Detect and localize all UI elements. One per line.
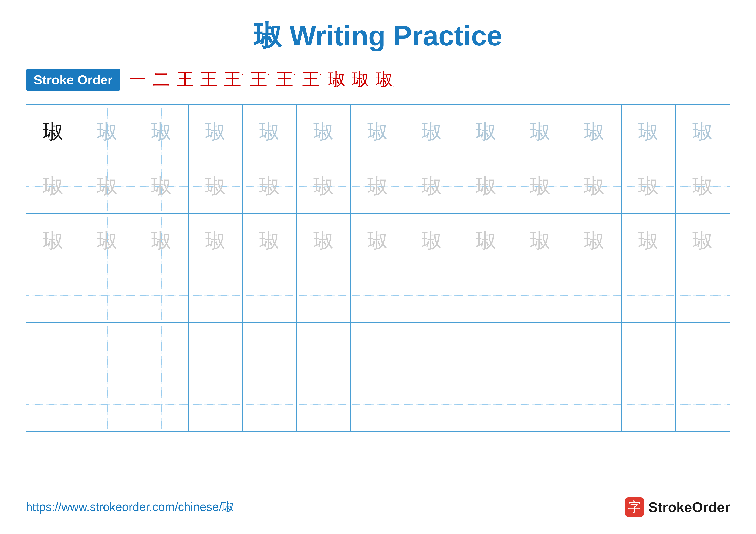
char-guide: 琡 xyxy=(530,118,551,146)
grid-cell-6-3[interactable] xyxy=(134,377,189,431)
grid-cell-3-6[interactable]: 琡 xyxy=(297,214,351,268)
grid-cell-6-2[interactable] xyxy=(80,377,134,431)
logo-char: 字 xyxy=(628,498,641,516)
stroke-9: 琡 xyxy=(328,68,345,91)
grid-cell-1-3[interactable]: 琡 xyxy=(134,105,189,159)
grid-cell-4-8[interactable] xyxy=(405,268,459,322)
grid-cell-4-6[interactable] xyxy=(297,268,351,322)
grid-cell-5-4[interactable] xyxy=(189,323,243,377)
grid-cell-3-5[interactable]: 琡 xyxy=(243,214,297,268)
stroke-5: 王ʼ xyxy=(224,68,244,91)
grid-cell-3-2[interactable]: 琡 xyxy=(80,214,134,268)
grid-row-2: 琡 琡 琡 琡 琡 琡 琡 琡 琡 琡 琡 琡 琡 xyxy=(26,159,730,214)
grid-cell-5-13[interactable] xyxy=(676,323,730,377)
grid-cell-6-13[interactable] xyxy=(676,377,730,431)
grid-cell-6-1[interactable] xyxy=(26,377,80,431)
grid-row-6 xyxy=(26,377,730,431)
grid-cell-5-8[interactable] xyxy=(405,323,459,377)
grid-cell-1-11[interactable]: 琡 xyxy=(567,105,622,159)
grid-cell-1-12[interactable]: 琡 xyxy=(622,105,676,159)
grid-cell-2-6[interactable]: 琡 xyxy=(297,159,351,213)
grid-cell-2-11[interactable]: 琡 xyxy=(567,159,622,213)
grid-cell-3-9[interactable]: 琡 xyxy=(459,214,513,268)
grid-cell-1-6[interactable]: 琡 xyxy=(297,105,351,159)
grid-cell-1-10[interactable]: 琡 xyxy=(513,105,567,159)
grid-cell-1-1[interactable]: 琡 xyxy=(26,105,80,159)
char-guide: 琡 xyxy=(367,172,388,200)
grid-cell-2-13[interactable]: 琡 xyxy=(676,159,730,213)
grid-cell-6-9[interactable] xyxy=(459,377,513,431)
grid-cell-5-11[interactable] xyxy=(567,323,622,377)
grid-cell-6-6[interactable] xyxy=(297,377,351,431)
char-guide: 琡 xyxy=(313,118,334,146)
grid-cell-3-1[interactable]: 琡 xyxy=(26,214,80,268)
grid-cell-1-13[interactable]: 琡 xyxy=(676,105,730,159)
grid-cell-3-3[interactable]: 琡 xyxy=(134,214,189,268)
grid-cell-1-9[interactable]: 琡 xyxy=(459,105,513,159)
grid-cell-5-12[interactable] xyxy=(622,323,676,377)
grid-cell-4-11[interactable] xyxy=(567,268,622,322)
grid-cell-2-3[interactable]: 琡 xyxy=(134,159,189,213)
grid-row-5 xyxy=(26,323,730,377)
grid-cell-2-4[interactable]: 琡 xyxy=(189,159,243,213)
grid-cell-5-10[interactable] xyxy=(513,323,567,377)
char-guide: 琡 xyxy=(259,227,280,255)
char-guide: 琡 xyxy=(584,118,605,146)
grid-cell-4-7[interactable] xyxy=(351,268,405,322)
grid-cell-5-2[interactable] xyxy=(80,323,134,377)
grid-cell-5-3[interactable] xyxy=(134,323,189,377)
grid-cell-4-9[interactable] xyxy=(459,268,513,322)
grid-cell-6-11[interactable] xyxy=(567,377,622,431)
grid-cell-1-5[interactable]: 琡 xyxy=(243,105,297,159)
grid-cell-4-3[interactable] xyxy=(134,268,189,322)
grid-cell-2-12[interactable]: 琡 xyxy=(622,159,676,213)
grid-cell-4-2[interactable] xyxy=(80,268,134,322)
grid-cell-1-2[interactable]: 琡 xyxy=(80,105,134,159)
grid-cell-5-7[interactable] xyxy=(351,323,405,377)
grid-cell-3-10[interactable]: 琡 xyxy=(513,214,567,268)
logo-text: StrokeOrder xyxy=(648,499,730,515)
grid-cell-5-1[interactable] xyxy=(26,323,80,377)
grid-cell-2-9[interactable]: 琡 xyxy=(459,159,513,213)
grid-cell-2-2[interactable]: 琡 xyxy=(80,159,134,213)
grid-cell-2-10[interactable]: 琡 xyxy=(513,159,567,213)
grid-cell-4-10[interactable] xyxy=(513,268,567,322)
grid-cell-4-13[interactable] xyxy=(676,268,730,322)
char-guide: 琡 xyxy=(313,172,334,200)
grid-cell-6-12[interactable] xyxy=(622,377,676,431)
grid-cell-4-1[interactable] xyxy=(26,268,80,322)
grid-row-3: 琡 琡 琡 琡 琡 琡 琡 琡 琡 琡 琡 琡 琡 xyxy=(26,214,730,268)
char-guide: 琡 xyxy=(584,172,605,200)
grid-cell-5-6[interactable] xyxy=(297,323,351,377)
grid-cell-6-7[interactable] xyxy=(351,377,405,431)
grid-cell-4-4[interactable] xyxy=(189,268,243,322)
grid-cell-3-4[interactable]: 琡 xyxy=(189,214,243,268)
grid-cell-3-7[interactable]: 琡 xyxy=(351,214,405,268)
stroke-6: 王ʼ xyxy=(250,68,270,91)
grid-cell-6-4[interactable] xyxy=(189,377,243,431)
grid-cell-6-10[interactable] xyxy=(513,377,567,431)
grid-cell-2-7[interactable]: 琡 xyxy=(351,159,405,213)
grid-cell-2-5[interactable]: 琡 xyxy=(243,159,297,213)
stroke-order-row: Stroke Order 一 二 王 王 王ʼ 王ʼ 王ʻ 王ʻ 琡 琡 琡· xyxy=(26,68,730,91)
grid-cell-1-7[interactable]: 琡 xyxy=(351,105,405,159)
grid-cell-1-8[interactable]: 琡 xyxy=(405,105,459,159)
grid-cell-2-1[interactable]: 琡 xyxy=(26,159,80,213)
grid-cell-5-5[interactable] xyxy=(243,323,297,377)
grid-cell-3-8[interactable]: 琡 xyxy=(405,214,459,268)
grid-cell-6-8[interactable] xyxy=(405,377,459,431)
grid-row-4 xyxy=(26,268,730,323)
grid-cell-3-12[interactable]: 琡 xyxy=(622,214,676,268)
grid-cell-1-4[interactable]: 琡 xyxy=(189,105,243,159)
grid-cell-2-8[interactable]: 琡 xyxy=(405,159,459,213)
grid-cell-3-11[interactable]: 琡 xyxy=(567,214,622,268)
stroke-1: 一 xyxy=(129,68,146,91)
grid-cell-4-12[interactable] xyxy=(622,268,676,322)
char-guide: 琡 xyxy=(259,118,280,146)
grid-cell-5-9[interactable] xyxy=(459,323,513,377)
grid-cell-6-5[interactable] xyxy=(243,377,297,431)
grid-cell-4-5[interactable] xyxy=(243,268,297,322)
grid-cell-3-13[interactable]: 琡 xyxy=(676,214,730,268)
char-guide: 琡 xyxy=(530,227,551,255)
stroke-sequence: 一 二 王 王 王ʼ 王ʼ 王ʻ 王ʻ 琡 琡 琡· xyxy=(129,68,394,91)
